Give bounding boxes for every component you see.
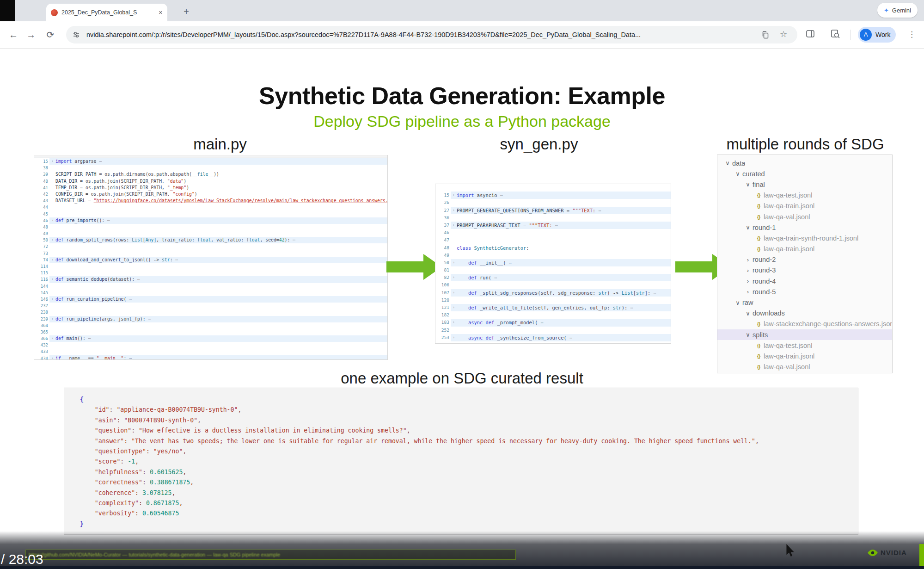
fold-chevron-icon[interactable]: ›	[49, 316, 55, 322]
fold-chevron-icon[interactable]: ›	[451, 274, 457, 281]
tree-item-data[interactable]: ∨data	[717, 158, 892, 168]
browser-tab[interactable]: 2025_Dec_PyData_Global_S ✕	[46, 4, 167, 21]
tree-item-round-3[interactable]: ›round-3	[717, 265, 892, 276]
side-panel-icon[interactable]	[805, 29, 815, 41]
nvidia-logo: NVIDIA	[867, 549, 907, 557]
chevron-right-icon[interactable]: ›	[743, 256, 753, 263]
tree-item-final[interactable]: ∨final	[717, 179, 892, 190]
browser-menu-icon[interactable]: ⋮	[908, 21, 916, 48]
fold-chevron-icon[interactable]: ›	[451, 319, 457, 326]
fold-chevron-icon[interactable]: ›	[49, 276, 55, 283]
fold-chevron-icon[interactable]: ›	[49, 257, 55, 263]
tree-item-downloads[interactable]: ∨downloads	[717, 308, 892, 319]
fold-chevron-icon[interactable]: ›	[49, 335, 55, 342]
fold-chevron-icon[interactable]: ›	[49, 355, 55, 360]
tree-item-law-stackexchange-questions-answers-json[interactable]: {}law-stackexchange-questions-answers.js…	[717, 319, 892, 329]
bookmark-star-icon[interactable]: ☆	[780, 29, 787, 39]
copy-link-icon[interactable]	[761, 31, 769, 41]
tree-item-law-qa-train-synth-round-1-jsonl[interactable]: {}law-qa-train-synth-round-1.jsonl	[717, 233, 892, 243]
tree-item-round-5[interactable]: ›round-5	[717, 286, 892, 297]
tree-item-law-qa-train-jsonl[interactable]: {}law-qa-train.jsonl	[717, 244, 892, 254]
tab-close-icon[interactable]: ✕	[159, 10, 163, 16]
tree-item-round-1[interactable]: ∨round-1	[717, 222, 892, 233]
json-file-icon[interactable]: {}	[753, 321, 764, 327]
json-line: "correctness": 0.388671875,	[80, 477, 858, 488]
url-text[interactable]: nvidia.sharepoint.com/:p:/r/sites/Develo…	[86, 26, 743, 43]
tree-item-splits[interactable]: ∨splits	[717, 329, 892, 340]
fold-chevron-icon[interactable]: ›	[451, 222, 457, 229]
fold-chevron-icon[interactable]: ›	[451, 192, 457, 199]
code-line: 252	[435, 327, 671, 334]
tree-item-round-4[interactable]: ›round-4	[717, 276, 892, 286]
json-file-icon[interactable]: {}	[753, 353, 764, 359]
code-line: 81	[435, 266, 671, 274]
fold-chevron-icon[interactable]: ›	[451, 289, 457, 297]
fold-chevron-icon[interactable]: ›	[451, 334, 457, 341]
fold-chevron-icon[interactable]: ›	[451, 259, 457, 266]
chevron-right-icon[interactable]: ›	[743, 267, 753, 274]
address-bar[interactable]: nvidia.sharepoint.com/:p:/r/sites/Develo…	[66, 26, 797, 43]
new-tab-button[interactable]: +	[179, 5, 193, 19]
chevron-right-icon[interactable]: ›	[743, 288, 753, 295]
tree-item-label: law-qa-test.jsonl	[764, 192, 812, 199]
slide-subtitle: Deploy SDG pipeline as a Python package	[0, 112, 924, 130]
json-file-icon[interactable]: {}	[753, 235, 764, 241]
code-text: def pre_imports(): ⋯	[55, 217, 110, 224]
tree-item-curated[interactable]: ∨curated	[717, 168, 892, 179]
caption-link-box[interactable]: https://github.com/NVIDIA/NeMo-Curator —…	[25, 550, 516, 560]
chevron-down-icon[interactable]: ∨	[743, 181, 753, 188]
json-file-icon[interactable]: {}	[753, 364, 764, 370]
json-file-icon[interactable]: {}	[753, 192, 764, 198]
line-number: 15	[435, 192, 451, 199]
fold-spacer	[451, 311, 457, 319]
profile-chip[interactable]: A Work	[858, 27, 896, 43]
browser-tab-strip: 2025_Dec_PyData_Global_S ✕ + ✦ Gemini	[0, 0, 924, 21]
search-tabs-icon[interactable]	[830, 29, 840, 41]
video-timecode: / 28:03	[1, 551, 43, 567]
reload-button-icon[interactable]: ⟳	[43, 21, 57, 48]
profile-label: Work	[875, 31, 890, 38]
tree-item-round-2[interactable]: ›round-2	[717, 254, 892, 265]
fold-chevron-icon[interactable]: ›	[49, 237, 55, 243]
green-arrow-right-icon	[386, 254, 442, 280]
chevron-right-icon[interactable]: ›	[743, 278, 753, 284]
tree-item-raw[interactable]: ∨raw	[717, 297, 892, 308]
chevron-down-icon[interactable]: ∨	[743, 310, 753, 317]
code-text: def semantic_dedupe(dataset): ⋯	[55, 276, 140, 283]
json-file-icon[interactable]: {}	[753, 214, 764, 220]
fold-spacer	[49, 204, 55, 210]
fold-spacer	[49, 243, 55, 250]
fold-chevron-icon[interactable]: ›	[49, 158, 55, 165]
line-number: 40	[34, 178, 49, 185]
chevron-down-icon[interactable]: ∨	[733, 170, 742, 177]
tree-item-law-qa-test-jsonl[interactable]: {}law-qa-test.jsonl	[717, 190, 892, 201]
chevron-down-icon[interactable]: ∨	[733, 299, 742, 306]
json-file-icon[interactable]: {}	[753, 246, 764, 252]
code-line: 237	[34, 303, 387, 309]
fold-chevron-icon[interactable]: ›	[49, 217, 55, 224]
back-button-icon[interactable]: ←	[6, 21, 20, 48]
code-text: def run_curation_pipeline( ⋯	[55, 296, 132, 303]
tree-item-law-qa-val-jsonl[interactable]: {}law-qa-val.jsonl	[717, 211, 892, 222]
json-file-icon[interactable]: {}	[753, 343, 764, 348]
forward-button-icon[interactable]: →	[24, 21, 38, 48]
tree-item-law-qa-train-jsonl[interactable]: {}law-qa-train.jsonl	[717, 201, 892, 211]
fold-chevron-icon[interactable]: ›	[451, 304, 457, 311]
code-line: 38	[34, 165, 387, 171]
code-line: 82› def run( ⋯	[435, 274, 671, 281]
json-file-icon[interactable]: {}	[753, 203, 764, 209]
chevron-down-icon[interactable]: ∨	[743, 224, 753, 231]
site-settings-tune-icon[interactable]	[73, 31, 80, 40]
fold-chevron-icon[interactable]: ›	[451, 207, 457, 214]
tree-item-law-qa-test-jsonl[interactable]: {}law-qa-test.jsonl	[717, 340, 892, 351]
tree-item-label: downloads	[753, 309, 785, 317]
line-number: 36	[435, 214, 451, 222]
line-number: 364	[34, 322, 49, 329]
fold-chevron-icon[interactable]: ›	[49, 296, 55, 303]
chevron-down-icon[interactable]: ∨	[743, 331, 753, 338]
tree-item-law-qa-train-jsonl[interactable]: {}law-qa-train.jsonl	[717, 351, 892, 361]
powerpoint-favicon-icon	[51, 9, 58, 16]
chevron-down-icon[interactable]: ∨	[723, 160, 732, 167]
gemini-button[interactable]: ✦ Gemini	[877, 3, 918, 18]
code-text: def main(): ⋯	[55, 335, 91, 342]
